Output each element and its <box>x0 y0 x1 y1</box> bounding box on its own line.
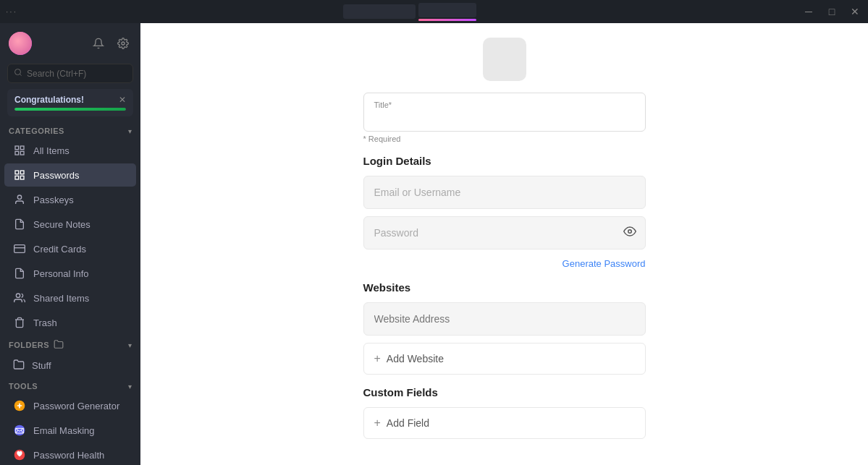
close-button[interactable]: ✕ <box>848 4 862 19</box>
tools-section-header[interactable]: Tools ▾ <box>0 377 140 393</box>
sidebar-item-passkeys[interactable]: Passkeys <box>4 188 136 211</box>
congrats-header: Congratulations! ✕ <box>14 95 126 105</box>
add-website-button[interactable]: + Add Website <box>363 343 646 375</box>
avatar-image <box>9 32 32 55</box>
notifications-button[interactable] <box>90 35 107 52</box>
categories-section-header[interactable]: Categories ▾ <box>0 122 140 138</box>
sidebar-item-shared-items[interactable]: Shared Items <box>4 286 136 310</box>
add-website-plus-icon: + <box>374 352 381 365</box>
search-icon <box>14 68 22 79</box>
add-field-plus-icon: + <box>374 417 381 430</box>
folder-stuff-label: Stuff <box>32 360 51 371</box>
sidebar-item-all-items[interactable]: All Items <box>4 139 136 162</box>
sidebar-item-credit-cards[interactable]: Credit Cards <box>4 237 136 260</box>
credit-cards-icon <box>13 242 26 255</box>
sidebar-item-email-masking[interactable]: Email Masking <box>4 419 136 442</box>
svg-point-0 <box>122 42 125 45</box>
sidebar-item-passwords[interactable]: Passwords <box>4 163 136 187</box>
congrats-close-button[interactable]: ✕ <box>119 95 126 105</box>
form-container: Title* * Required Login Details Ge <box>363 93 646 451</box>
title-input[interactable] <box>374 111 635 123</box>
personal-info-label: Personal Info <box>33 268 89 279</box>
categories-label: Categories <box>9 127 64 135</box>
progress-bar <box>14 108 126 111</box>
item-icon-placeholder <box>483 38 526 81</box>
new-folder-icon[interactable] <box>54 339 64 351</box>
svg-point-13 <box>16 294 20 297</box>
svg-rect-4 <box>15 151 19 155</box>
svg-point-19 <box>628 230 631 234</box>
passkeys-icon <box>13 193 26 206</box>
password-generator-icon <box>13 399 26 412</box>
credit-cards-label: Credit Cards <box>33 244 86 255</box>
avatar[interactable] <box>9 32 32 55</box>
title-label: Title* <box>374 101 635 109</box>
svg-rect-9 <box>20 176 24 179</box>
tab-active-strip <box>418 19 476 21</box>
minimize-button[interactable]: ─ <box>801 4 816 19</box>
svg-rect-3 <box>20 146 24 150</box>
sidebar-item-password-generator[interactable]: Password Generator <box>4 394 136 417</box>
shared-items-icon <box>13 291 26 304</box>
passkeys-label: Passkeys <box>33 195 74 205</box>
sidebar-item-personal-info[interactable]: Personal Info <box>4 262 136 285</box>
trash-icon <box>13 316 26 329</box>
add-field-button[interactable]: + Add Field <box>363 407 646 439</box>
email-input[interactable] <box>374 187 635 198</box>
email-masking-label: Email Masking <box>33 425 95 436</box>
folder-stuff[interactable]: Stuff <box>4 354 136 377</box>
add-field-label: Add Field <box>387 417 429 429</box>
svg-point-1 <box>15 69 21 75</box>
generate-password-link-wrapper: Generate Password <box>363 257 646 270</box>
passwords-label: Passwords <box>33 170 80 181</box>
title-input-wrapper: Title* <box>363 93 646 132</box>
password-input[interactable] <box>364 217 623 249</box>
sidebar-item-password-health[interactable]: Password Health <box>4 443 136 465</box>
password-health-icon <box>13 448 26 461</box>
app-body: Search (Ctrl+F) Congratulations! ✕ Categ… <box>0 23 868 465</box>
tab-inactive-1[interactable] <box>343 4 416 19</box>
email-masking-icon <box>13 424 26 437</box>
trash-label: Trash <box>33 317 57 328</box>
svg-rect-2 <box>15 146 19 150</box>
password-toggle-icon[interactable] <box>623 225 645 241</box>
folders-label: Folders <box>9 341 49 349</box>
main-content: Title* * Required Login Details Ge <box>140 23 868 465</box>
add-website-label: Add Website <box>387 353 444 364</box>
password-generator-label: Password Generator <box>33 401 119 411</box>
password-health-label: Password Health <box>33 450 104 461</box>
congrats-banner: Congratulations! ✕ <box>7 89 133 116</box>
categories-chevron-icon: ▾ <box>128 127 132 135</box>
password-field-wrapper <box>363 216 646 249</box>
email-field-wrapper <box>363 176 646 209</box>
settings-button[interactable] <box>114 35 132 52</box>
websites-section-title: Websites <box>363 281 646 294</box>
website-input[interactable] <box>363 302 646 336</box>
search-bar[interactable]: Search (Ctrl+F) <box>7 64 133 83</box>
shared-items-label: Shared Items <box>33 293 89 304</box>
passwords-icon <box>13 168 26 182</box>
secure-notes-label: Secure Notes <box>33 219 90 230</box>
all-items-icon <box>13 144 26 157</box>
tab-active[interactable] <box>418 3 476 17</box>
login-section-title: Login Details <box>363 155 646 167</box>
sidebar-item-trash[interactable]: Trash <box>4 311 136 334</box>
search-placeholder: Search (Ctrl+F) <box>27 69 86 79</box>
all-items-label: All Items <box>33 145 69 156</box>
required-note: * Required <box>363 135 646 143</box>
folders-section-header[interactable]: Folders ▾ <box>0 335 140 354</box>
titlebar-dots: ··· <box>6 7 17 17</box>
sidebar-item-secure-notes[interactable]: Secure Notes <box>4 213 136 236</box>
progress-fill <box>14 108 126 111</box>
svg-rect-11 <box>14 245 25 253</box>
folder-icon <box>13 359 25 372</box>
generate-password-link[interactable]: Generate Password <box>562 258 646 269</box>
custom-fields-section-title: Custom Fields <box>363 386 646 398</box>
maximize-button[interactable]: □ <box>825 4 839 19</box>
folders-chevron-icon: ▾ <box>128 341 132 349</box>
svg-rect-5 <box>20 151 24 155</box>
svg-rect-6 <box>15 171 19 174</box>
titlebar-center <box>343 3 476 21</box>
personal-info-icon <box>13 267 26 280</box>
congrats-title: Congratulations! <box>14 95 84 105</box>
